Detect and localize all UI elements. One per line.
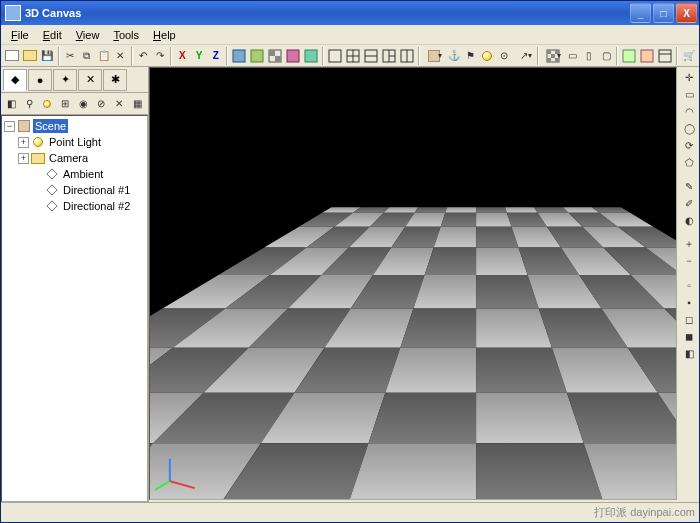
delete-button[interactable]: ✕ bbox=[113, 47, 128, 65]
layout3-button[interactable] bbox=[381, 47, 397, 65]
layout2v-button[interactable] bbox=[399, 47, 415, 65]
mt-7[interactable]: ✕ bbox=[111, 96, 127, 112]
extra-5[interactable]: ◧ bbox=[681, 345, 697, 361]
extra-3[interactable]: ◻ bbox=[681, 311, 697, 327]
mt-6[interactable]: ⊘ bbox=[93, 96, 109, 112]
tab-scene[interactable]: ◆ bbox=[3, 69, 27, 91]
view1-button[interactable] bbox=[231, 47, 247, 65]
tool-b-button[interactable]: ▯ bbox=[582, 47, 597, 65]
layout4-button[interactable] bbox=[345, 47, 361, 65]
svg-marker-93 bbox=[385, 348, 476, 393]
tab-misc[interactable]: ✱ bbox=[103, 69, 127, 91]
tab-tools[interactable]: ✕ bbox=[78, 69, 102, 91]
select-rect-tool[interactable]: ▭ bbox=[681, 86, 697, 102]
light-toggle-button[interactable] bbox=[480, 47, 495, 65]
tab-modifiers[interactable]: ✦ bbox=[53, 69, 77, 91]
panel2-button[interactable] bbox=[639, 47, 655, 65]
tree-item[interactable]: + Camera bbox=[4, 150, 145, 166]
svg-rect-5 bbox=[287, 50, 299, 62]
minimize-button[interactable]: _ bbox=[630, 3, 651, 23]
menu-edit[interactable]: Edit bbox=[37, 27, 68, 43]
anchor-button[interactable]: ⚓ bbox=[446, 47, 461, 65]
axis-y-button[interactable]: Y bbox=[192, 47, 207, 65]
cart-button[interactable]: 🛒 bbox=[681, 47, 696, 65]
close-button[interactable]: X bbox=[676, 3, 697, 23]
eyedropper-tool[interactable]: ✐ bbox=[681, 195, 697, 211]
expand-icon[interactable]: + bbox=[18, 153, 29, 164]
svg-marker-31 bbox=[384, 207, 419, 213]
zoom-out-button[interactable]: － bbox=[681, 253, 697, 269]
menu-file[interactable]: File bbox=[5, 27, 35, 43]
svg-rect-1 bbox=[251, 50, 263, 62]
app-window: 3D Canvas _ □ X File Edit View Tools Hel… bbox=[0, 0, 700, 523]
maximize-button[interactable]: □ bbox=[653, 3, 674, 23]
extra-1[interactable]: ▫ bbox=[681, 277, 697, 293]
flag-button[interactable]: ⚑ bbox=[463, 47, 478, 65]
svg-marker-84 bbox=[476, 308, 552, 347]
tree-item[interactable]: + Point Light bbox=[4, 134, 145, 150]
extra-4[interactable]: ◼ bbox=[681, 328, 697, 344]
view3-button[interactable] bbox=[267, 47, 283, 65]
mt-2[interactable]: ⚲ bbox=[21, 96, 37, 112]
tab-materials[interactable]: ● bbox=[28, 69, 52, 91]
panel1-button[interactable] bbox=[621, 47, 637, 65]
axis-x-button[interactable]: X bbox=[175, 47, 190, 65]
watermark: 打印派 dayinpai.com bbox=[594, 505, 695, 520]
undo-button[interactable]: ↶ bbox=[136, 47, 151, 65]
svg-rect-7 bbox=[329, 50, 341, 62]
svg-marker-103 bbox=[368, 393, 476, 443]
new-button[interactable] bbox=[4, 47, 20, 65]
expand-icon[interactable]: + bbox=[18, 137, 29, 148]
view2-button[interactable] bbox=[249, 47, 265, 65]
view4-button[interactable] bbox=[285, 47, 301, 65]
render-mode-dropdown[interactable] bbox=[423, 47, 444, 65]
scene-tree[interactable]: − Scene + Point Light + Camera bbox=[1, 115, 148, 502]
brush-tool[interactable]: ✎ bbox=[681, 178, 697, 194]
tree-item[interactable]: Directional #2 bbox=[4, 198, 145, 214]
select-lasso-tool[interactable]: ◠ bbox=[681, 103, 697, 119]
svg-marker-33 bbox=[445, 207, 476, 213]
mt-1[interactable]: ◧ bbox=[3, 96, 19, 112]
view5-button[interactable] bbox=[303, 47, 319, 65]
svg-rect-22 bbox=[555, 50, 559, 54]
zoom-in-button[interactable]: ＋ bbox=[681, 236, 697, 252]
save-button[interactable]: 💾 bbox=[40, 47, 55, 65]
layout2h-button[interactable] bbox=[363, 47, 379, 65]
window-title: 3D Canvas bbox=[25, 7, 630, 19]
mt-4[interactable]: ⊞ bbox=[57, 96, 73, 112]
mt-5[interactable]: ◉ bbox=[75, 96, 91, 112]
tree-item[interactable]: Ambient bbox=[4, 166, 145, 182]
tree-item[interactable]: Directional #1 bbox=[4, 182, 145, 198]
tool-c-button[interactable]: ▢ bbox=[599, 47, 614, 65]
pointer-tool[interactable]: ✛ bbox=[681, 69, 697, 85]
svg-marker-35 bbox=[505, 207, 538, 213]
extra-2[interactable]: ▪ bbox=[681, 294, 697, 310]
collapse-icon[interactable]: − bbox=[4, 121, 15, 132]
fill-tool[interactable]: ◐ bbox=[681, 212, 697, 228]
menu-tools[interactable]: Tools bbox=[107, 27, 145, 43]
paste-button[interactable]: 📋 bbox=[96, 47, 111, 65]
svg-marker-43 bbox=[441, 213, 476, 227]
axis-z-button[interactable]: Z bbox=[208, 47, 223, 65]
bulb-icon bbox=[31, 135, 45, 149]
copy-button[interactable]: ⧉ bbox=[79, 47, 94, 65]
open-button[interactable] bbox=[22, 47, 38, 65]
panel3-button[interactable] bbox=[657, 47, 673, 65]
redo-button[interactable]: ↷ bbox=[152, 47, 167, 65]
polygon-tool[interactable]: ⬠ bbox=[681, 154, 697, 170]
arrow-dropdown[interactable]: ↗ bbox=[513, 47, 534, 65]
mt-3[interactable] bbox=[39, 96, 55, 112]
menu-help[interactable]: Help bbox=[147, 27, 182, 43]
rotate-tool[interactable]: ⟳ bbox=[681, 137, 697, 153]
mt-8[interactable]: ▦ bbox=[129, 96, 145, 112]
tree-root[interactable]: − Scene bbox=[4, 118, 145, 134]
menu-view[interactable]: View bbox=[70, 27, 106, 43]
compass-button[interactable]: ⊙ bbox=[496, 47, 511, 65]
tool-a-button[interactable]: ▭ bbox=[565, 47, 580, 65]
layout1-button[interactable] bbox=[327, 47, 343, 65]
titlebar[interactable]: 3D Canvas _ □ X bbox=[1, 1, 699, 25]
cut-button[interactable]: ✂ bbox=[63, 47, 78, 65]
viewport-3d[interactable] bbox=[149, 67, 677, 500]
circle-tool[interactable]: ◯ bbox=[681, 120, 697, 136]
grid-dropdown[interactable] bbox=[542, 47, 563, 65]
